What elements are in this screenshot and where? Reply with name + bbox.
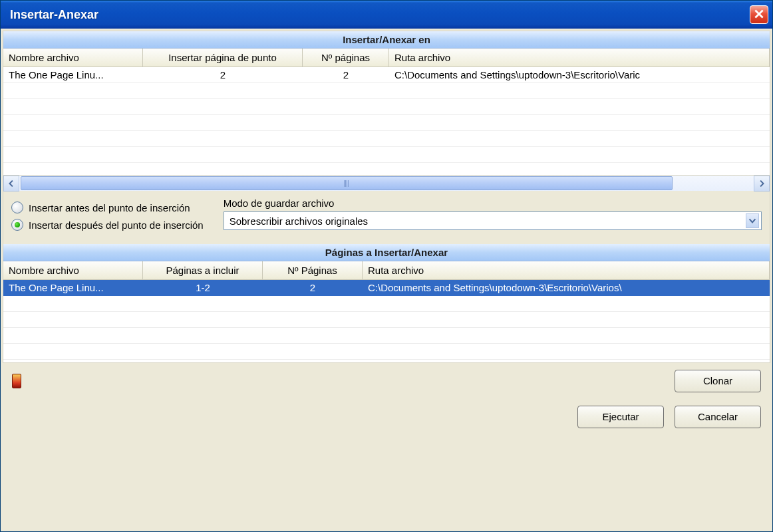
top-panel-header: Insertar/Anexar en xyxy=(3,31,770,49)
top-col-pages[interactable]: Nº páginas xyxy=(303,49,389,66)
table-row[interactable] xyxy=(3,312,770,328)
window-title: Insertar-Anexar xyxy=(10,8,98,22)
table-row[interactable] xyxy=(3,99,770,115)
save-mode-group: Modo de guardar archivo Sobrescribir arc… xyxy=(224,198,762,236)
table-row[interactable] xyxy=(3,131,770,147)
status-icon xyxy=(12,374,21,388)
bottom-column-headers[interactable]: Nombre archivo Páginas a incluir Nº Pági… xyxy=(3,261,770,280)
table-row[interactable] xyxy=(3,328,770,344)
chevron-down-icon xyxy=(746,213,759,228)
table-row[interactable] xyxy=(3,147,770,163)
dialog-content: Insertar/Anexar en Nombre archivo Insert… xyxy=(1,29,772,531)
bottom-rows: The One Page Linu... 1-2 2 C:\Documents … xyxy=(3,280,770,362)
radio-insert-after[interactable]: Insertar después del punto de inserción xyxy=(11,219,204,231)
top-col-filename[interactable]: Nombre archivo xyxy=(3,49,143,66)
scroll-grip-icon xyxy=(344,180,349,187)
table-row[interactable]: The One Page Linu... 1-2 2 C:\Documents … xyxy=(3,280,770,296)
cell-pages: 2 xyxy=(303,67,389,82)
cell-include: 1-2 xyxy=(143,280,263,295)
top-panel: Insertar/Anexar en Nombre archivo Insert… xyxy=(3,31,770,363)
bottom-col-pages[interactable]: Nº Páginas xyxy=(263,261,363,279)
chevron-right-icon xyxy=(758,179,765,189)
scroll-track[interactable] xyxy=(19,176,754,191)
radio-label: Insertar antes del punto de inserción xyxy=(29,202,190,213)
titlebar[interactable]: Insertar-Anexar xyxy=(1,1,772,29)
table-row[interactable]: The One Page Linu... 2 2 C:\Documents an… xyxy=(3,67,770,83)
top-col-insertpoint[interactable]: Insertar página de punto xyxy=(143,49,303,66)
cell-filename: The One Page Linu... xyxy=(3,67,143,82)
insert-position-radios: Insertar antes del punto de inserción In… xyxy=(11,198,204,236)
clone-button[interactable]: Clonar xyxy=(675,370,761,392)
chevron-left-icon xyxy=(8,179,15,189)
table-row[interactable] xyxy=(3,115,770,131)
cell-path: C:\Documents and Settings\uptodown-3\Esc… xyxy=(363,280,770,295)
footer-row-clone: Clonar xyxy=(12,370,761,392)
table-row[interactable] xyxy=(3,83,770,99)
top-rows: The One Page Linu... 2 2 C:\Documents an… xyxy=(3,67,770,174)
bottom-col-filename[interactable]: Nombre archivo xyxy=(3,261,143,279)
radio-label: Insertar después del punto de inserción xyxy=(29,219,204,231)
save-mode-dropdown[interactable]: Sobrescribir archivos originales xyxy=(224,211,762,230)
footer-row-actions: Ejecutar Cancelar xyxy=(12,406,761,428)
cell-path: C:\Documents and Settings\uptodown-3\Esc… xyxy=(389,67,770,82)
action-buttons: Ejecutar Cancelar xyxy=(577,406,761,428)
dropdown-value: Sobrescribir archivos originales xyxy=(230,215,368,227)
middle-options: Insertar antes del punto de inserción In… xyxy=(3,191,770,244)
top-column-headers[interactable]: Nombre archivo Insertar página de punto … xyxy=(3,49,770,67)
cell-filename: The One Page Linu... xyxy=(3,280,143,295)
bottom-col-include[interactable]: Páginas a incluir xyxy=(143,261,263,279)
close-button[interactable] xyxy=(750,5,768,24)
cancel-button[interactable]: Cancelar xyxy=(675,406,761,428)
top-col-path[interactable]: Ruta archivo xyxy=(389,49,770,66)
table-row[interactable] xyxy=(3,344,770,360)
cell-pages: 2 xyxy=(263,280,363,295)
radio-insert-before[interactable]: Insertar antes del punto de inserción xyxy=(11,201,204,213)
execute-button[interactable]: Ejecutar xyxy=(577,406,664,428)
scroll-thumb[interactable] xyxy=(21,176,673,190)
top-listview[interactable]: Nombre archivo Insertar página de punto … xyxy=(3,49,770,175)
scroll-left-button[interactable] xyxy=(3,176,19,192)
table-row[interactable] xyxy=(3,296,770,312)
bottom-panel-header: Páginas a Insertar/Anexar xyxy=(3,244,770,261)
bottom-col-path[interactable]: Ruta archivo xyxy=(363,261,770,279)
close-icon xyxy=(754,9,764,21)
scroll-right-button[interactable] xyxy=(754,176,770,192)
bottom-listview[interactable]: Nombre archivo Páginas a incluir Nº Pági… xyxy=(3,261,770,362)
radio-icon xyxy=(11,219,23,231)
save-mode-label: Modo de guardar archivo xyxy=(224,198,762,209)
radio-icon xyxy=(11,201,23,213)
cell-insertpoint: 2 xyxy=(143,67,303,82)
top-hscrollbar[interactable] xyxy=(3,175,770,191)
dialog-window: Insertar-Anexar Insertar/Anexar en Nombr… xyxy=(0,0,773,532)
dialog-footer: Clonar Ejecutar Cancelar xyxy=(3,363,770,439)
